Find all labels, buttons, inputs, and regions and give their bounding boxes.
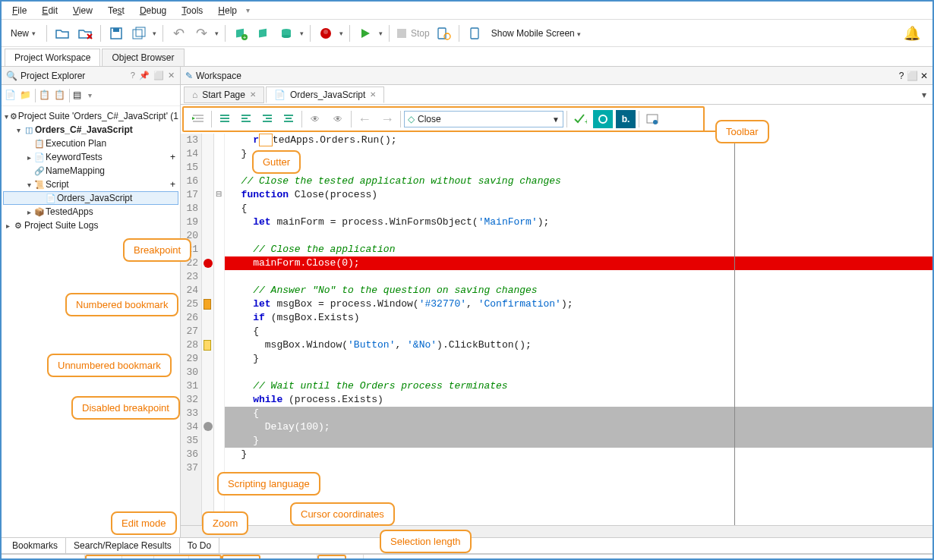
- play-icon[interactable]: [356, 24, 374, 42]
- teal-circle-icon[interactable]: [593, 110, 613, 128]
- add-folder-icon[interactable]: 📁: [20, 90, 32, 102]
- mobile-target-icon[interactable]: [434, 24, 453, 42]
- add-item-icon[interactable]: 📄: [5, 90, 17, 102]
- tab-dropdown-icon[interactable]: ▾: [916, 90, 932, 100]
- menu-file[interactable]: File: [6, 4, 33, 17]
- breakpoint-marker[interactable]: [204, 259, 213, 268]
- svg-point-37: [599, 115, 607, 123]
- tree-exec[interactable]: 📋Execution Plan: [3, 137, 178, 150]
- editor-tabstrip: ⌂Start Page✕ 📄Orders_JavaScript✕ ▾: [181, 85, 932, 105]
- tab-object-browser[interactable]: Object Browser: [102, 49, 184, 66]
- tab-orders-js[interactable]: 📄Orders_JavaScript✕: [266, 87, 384, 103]
- callout-toolbar: Toolbar: [715, 120, 769, 143]
- view-show-icon[interactable]: 👁: [328, 110, 348, 128]
- copy-icon[interactable]: 📋: [39, 90, 51, 102]
- svg-rect-34: [286, 118, 292, 119]
- panel-controls[interactable]: ? 📌 ⬜ ✕: [131, 71, 175, 80]
- mobile-screen-label[interactable]: Show Mobile Screen ▾: [488, 28, 584, 39]
- record-icon[interactable]: [317, 24, 335, 42]
- magnifier-icon: 🔍: [6, 71, 17, 81]
- menu-debug[interactable]: Debug: [134, 4, 172, 17]
- new-button[interactable]: New▾: [6, 27, 40, 40]
- nav-fwd-icon[interactable]: →: [377, 110, 397, 128]
- nav-back-icon[interactable]: ←: [355, 110, 374, 128]
- callout-breakpoint: Breakpoint: [123, 238, 191, 262]
- disabled-breakpoint-marker[interactable]: [204, 422, 213, 431]
- tree-project[interactable]: ▾◫Orders_C#_JavaScript: [3, 123, 178, 137]
- numbered-bookmark-marker[interactable]: [204, 299, 211, 310]
- indent-icon[interactable]: [188, 110, 208, 128]
- tab-bookmarks[interactable]: Bookmarks: [5, 538, 66, 553]
- project-explorer-title: Project Explorer: [21, 71, 85, 81]
- tree-suite[interactable]: ▾⚙Project Suite 'Orders_C#_JavaScript' (…: [3, 109, 178, 123]
- ws-controls[interactable]: ? ⬜ ✕: [899, 71, 928, 81]
- saveall-icon[interactable]: [130, 24, 148, 42]
- undo-icon[interactable]: ↶: [169, 24, 188, 42]
- bell-icon[interactable]: 🔔: [904, 25, 928, 42]
- gutter[interactable]: [202, 134, 214, 525]
- callout-edit-mode: Edit mode: [111, 511, 177, 535]
- align1-icon[interactable]: [215, 110, 235, 128]
- status-zoom[interactable]: 100 %: [222, 555, 260, 560]
- editor-toolbar: 👁 👁 ← → ◇ Close ▼ + b.: [182, 106, 705, 132]
- status-caps: CAPS: [87, 556, 122, 560]
- paste-icon[interactable]: 📋: [54, 90, 66, 102]
- menu-view[interactable]: View: [67, 4, 99, 17]
- menu-edit[interactable]: Edit: [36, 4, 64, 17]
- horizontal-scrollbar[interactable]: [181, 525, 932, 537]
- function-combo[interactable]: ◇ Close ▼: [404, 111, 563, 127]
- callout-numbered-bookmark: Numbered bookmark: [65, 293, 178, 316]
- tree-tested[interactable]: ▸📦TestedApps: [3, 205, 178, 219]
- phone-icon[interactable]: [465, 24, 484, 42]
- tree-script[interactable]: ▾📜Script+: [3, 178, 178, 191]
- b-box-icon[interactable]: b.: [616, 110, 636, 128]
- stop-button[interactable]: Stop: [396, 27, 430, 39]
- align2-icon[interactable]: [236, 110, 256, 128]
- svg-rect-35: [284, 121, 293, 122]
- menu-tools[interactable]: Tools: [175, 4, 209, 17]
- tab-start-page[interactable]: ⌂Start Page✕: [184, 87, 264, 103]
- svg-rect-33: [284, 115, 293, 116]
- check-add-icon[interactable]: +: [570, 110, 590, 128]
- open-icon[interactable]: [53, 24, 71, 42]
- tab-search-replace[interactable]: Search/Replace Results: [66, 538, 180, 553]
- fold-column[interactable]: ⊟: [214, 134, 225, 525]
- code-editor[interactable]: 1314151617181920212223242526272829303132…: [181, 134, 932, 525]
- code-lines[interactable]: r tedApps.Orders.Run(); } // Close the t…: [225, 134, 932, 525]
- svg-point-12: [282, 35, 291, 38]
- svg-rect-31: [266, 118, 272, 119]
- unnumbered-bookmark-marker[interactable]: [204, 340, 211, 351]
- svg-rect-16: [397, 29, 406, 38]
- redo-icon[interactable]: ↷: [192, 24, 210, 42]
- menubar: File Edit View Test Debug Tools Help ▾: [2, 2, 932, 20]
- project-tree: ▾⚙Project Suite 'Orders_C#_JavaScript' (…: [2, 106, 180, 235]
- tree-scriptfile[interactable]: 📄Orders_JavaScript: [3, 191, 178, 205]
- workspace-area: ✎ Workspace ? ⬜ ✕ ⌂Start Page✕ 📄Orders_J…: [181, 67, 932, 537]
- gear-window-icon[interactable]: [642, 110, 662, 128]
- save-icon[interactable]: [107, 24, 125, 42]
- svg-point-18: [444, 33, 450, 39]
- status-num: NUM: [122, 556, 154, 560]
- view-hide-icon[interactable]: 👁: [305, 110, 325, 128]
- svg-marker-23: [192, 117, 195, 120]
- cube-target-icon[interactable]: [254, 24, 273, 42]
- expand-icon[interactable]: ▤: [73, 90, 85, 102]
- svg-rect-26: [220, 121, 229, 122]
- tree-namemap[interactable]: 🔗NameMapping: [3, 164, 178, 178]
- db-icon[interactable]: [277, 24, 295, 42]
- svg-point-39: [653, 120, 658, 124]
- status-ovr: OVR: [189, 556, 220, 560]
- tree-keyword[interactable]: ▸📄KeywordTests+: [3, 150, 178, 164]
- align3-icon[interactable]: [257, 110, 277, 128]
- align4-icon[interactable]: [279, 110, 298, 128]
- menu-test[interactable]: Test: [102, 4, 131, 17]
- line-numbers: 1314151617181920212223242526272829303132…: [181, 134, 202, 525]
- tab-todo[interactable]: To Do: [180, 538, 219, 553]
- edit-icon: ✎: [185, 71, 193, 81]
- menu-help[interactable]: Help: [212, 4, 243, 17]
- cube-add-icon[interactable]: +: [232, 24, 250, 42]
- tab-project-workspace[interactable]: Project Workspace: [5, 49, 100, 66]
- close-folder-icon[interactable]: [76, 24, 94, 42]
- tree-logs[interactable]: ▸⚙Project Suite Logs: [3, 219, 178, 232]
- svg-rect-27: [241, 115, 251, 116]
